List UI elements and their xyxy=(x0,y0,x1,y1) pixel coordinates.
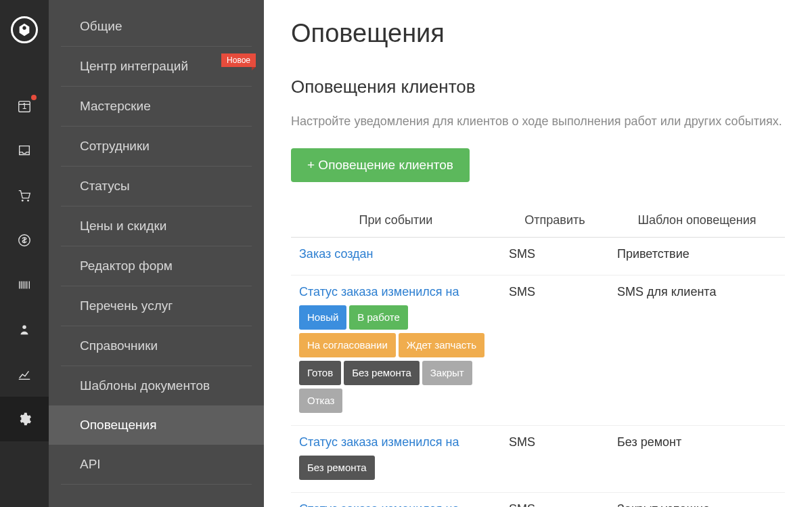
sidebar-item-services[interactable]: Перечень услуг xyxy=(61,286,252,326)
sidebar-item-doc-templates[interactable]: Шаблоны документов xyxy=(61,366,252,405)
add-notification-button[interactable]: + Оповещение клиентов xyxy=(291,148,470,182)
event-link[interactable]: Статус заказа изменился на xyxy=(299,435,459,449)
send-cell: SMS xyxy=(501,493,609,508)
table-row[interactable]: Статус заказа изменился наНовыйВ работеН… xyxy=(291,275,785,426)
send-cell: SMS xyxy=(501,238,609,275)
icon-rail: 1 xyxy=(0,0,49,507)
rail-user[interactable] xyxy=(0,307,49,352)
tray-icon xyxy=(17,144,32,158)
rail-cart[interactable] xyxy=(0,173,49,218)
status-tag: Готов xyxy=(299,361,341,385)
logo-icon xyxy=(17,22,32,37)
status-tag: Ждет запчасть xyxy=(399,333,484,357)
sidebar-item-statuses[interactable]: Статусы xyxy=(61,167,252,206)
col-send: Отправить xyxy=(501,204,609,238)
svg-point-2 xyxy=(22,200,24,202)
main-content: Оповещения Оповещения клиентов Настройте… xyxy=(264,0,812,507)
sidebar-item-integrations[interactable]: Центр интеграций Новое xyxy=(61,47,252,87)
template-cell: Без ремонт xyxy=(609,426,785,493)
event-link[interactable]: Заказ создан xyxy=(299,247,374,261)
status-tag: Без ремонта xyxy=(344,361,420,385)
status-tag: Без ремонта xyxy=(299,456,375,480)
rail-badge-count: 1 xyxy=(22,102,27,111)
sidebar-item-form-editor[interactable]: Редактор форм xyxy=(61,246,252,286)
sidebar-item-label: Общие xyxy=(80,19,122,33)
col-event: При событии xyxy=(291,204,501,238)
table-row[interactable]: Заказ созданSMSПриветствие xyxy=(291,238,785,275)
sidebar-item-label: Статусы xyxy=(80,179,130,193)
sidebar-item-notifications[interactable]: Оповещения xyxy=(49,405,264,445)
settings-sidebar: Общие Центр интеграций Новое Мастерские … xyxy=(49,0,264,507)
svg-point-3 xyxy=(27,200,29,202)
sidebar-item-label: Оповещения xyxy=(80,418,156,432)
svg-point-11 xyxy=(22,326,26,330)
sidebar-item-label: Перечень услуг xyxy=(80,299,173,313)
sidebar-item-prices[interactable]: Цены и скидки xyxy=(61,206,252,246)
status-tags: НовыйВ работеНа согласованииЖдет запчаст… xyxy=(299,305,493,416)
sidebar-item-label: API xyxy=(80,457,101,471)
sidebar-item-employees[interactable]: Сотрудники xyxy=(61,127,252,167)
section-title: Оповещения клиентов xyxy=(291,76,785,97)
notifications-table: При событии Отправить Шаблон оповещения … xyxy=(291,204,785,507)
rail-inbox[interactable]: 1 xyxy=(0,84,49,129)
rail-money[interactable] xyxy=(0,218,49,263)
sidebar-item-label: Сотрудники xyxy=(80,139,150,153)
template-cell: Закрыт успешно xyxy=(609,493,785,508)
sidebar-item-label: Справочники xyxy=(80,338,158,353)
sidebar-item-label: Редактор форм xyxy=(80,259,173,273)
sidebar-item-directories[interactable]: Справочники xyxy=(61,326,252,366)
status-tag: Отказ xyxy=(299,389,342,413)
status-tag: В работе xyxy=(349,305,408,330)
table-row[interactable]: Статус заказа изменился наЗакрытSMSЗакры… xyxy=(291,493,785,508)
rail-tray[interactable] xyxy=(0,129,49,173)
event-link[interactable]: Статус заказа изменился на xyxy=(299,285,459,299)
sidebar-item-workshops[interactable]: Мастерские xyxy=(61,87,252,127)
status-tag: На согласовании xyxy=(299,333,396,357)
user-icon xyxy=(17,322,32,337)
table-row[interactable]: Статус заказа изменился наБез ремонтаSMS… xyxy=(291,426,785,493)
rail-analytics[interactable] xyxy=(0,352,49,397)
sidebar-item-general[interactable]: Общие xyxy=(61,7,252,47)
template-cell: Приветствие xyxy=(609,238,785,275)
sidebar-item-label: Центр интеграций xyxy=(80,59,188,73)
template-cell: SMS для клиента xyxy=(609,275,785,426)
event-link[interactable]: Статус заказа изменился на xyxy=(299,502,459,507)
col-template: Шаблон оповещения xyxy=(609,204,785,238)
rail-barcode[interactable] xyxy=(0,263,49,307)
status-tag: Новый xyxy=(299,305,346,330)
section-description: Настройте уведомления для клиентов о ход… xyxy=(291,112,785,131)
cart-icon xyxy=(17,188,32,203)
sidebar-item-label: Цены и скидки xyxy=(80,219,166,233)
sidebar-item-label: Мастерские xyxy=(80,99,151,113)
rail-settings[interactable] xyxy=(0,397,49,441)
chart-icon xyxy=(17,367,32,382)
page-title: Оповещения xyxy=(291,19,785,48)
app-logo[interactable] xyxy=(11,16,38,43)
notification-dot-icon xyxy=(31,95,37,100)
gear-icon xyxy=(17,412,32,426)
new-badge: Новое xyxy=(221,53,256,67)
sidebar-item-api[interactable]: API xyxy=(61,445,252,485)
barcode-icon xyxy=(17,278,32,292)
status-tags: Без ремонта xyxy=(299,455,493,483)
dollar-icon xyxy=(17,233,32,248)
sidebar-item-label: Шаблоны документов xyxy=(80,378,210,393)
send-cell: SMS xyxy=(501,426,609,493)
status-tag: Закрыт xyxy=(422,361,472,385)
send-cell: SMS xyxy=(501,275,609,426)
